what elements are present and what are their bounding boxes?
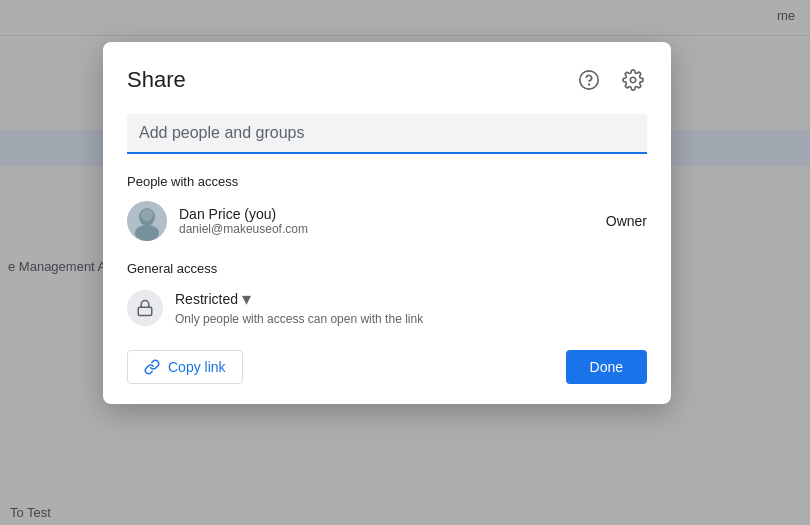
access-details: Restricted ▾ Only people with access can… [175, 288, 647, 326]
lock-icon [136, 299, 154, 317]
svg-point-1 [589, 84, 590, 85]
help-icon [578, 69, 600, 91]
person-row: Dan Price (you) daniel@makeuseof.com Own… [127, 201, 647, 241]
general-access-title: General access [127, 261, 647, 276]
gear-icon [622, 69, 644, 91]
done-label: Done [590, 359, 623, 375]
search-input[interactable] [127, 114, 647, 154]
svg-point-0 [580, 71, 598, 89]
person-role: Owner [606, 213, 647, 229]
done-button[interactable]: Done [566, 350, 647, 384]
general-access-section: General access Restricted ▾ Only people … [127, 261, 647, 326]
link-icon [144, 359, 160, 375]
help-button[interactable] [575, 66, 603, 94]
dialog-header-icons [575, 66, 647, 94]
avatar [127, 201, 167, 241]
people-with-access-section: People with access Dan Price (you) danie… [127, 174, 647, 241]
person-email: daniel@makeuseof.com [179, 222, 606, 236]
avatar-image [127, 201, 167, 241]
search-container [127, 114, 647, 154]
dialog-header: Share [127, 66, 647, 94]
dialog-title: Share [127, 67, 186, 93]
dialog-footer: Copy link Done [127, 350, 647, 384]
person-info: Dan Price (you) daniel@makeuseof.com [179, 206, 606, 236]
settings-button[interactable] [619, 66, 647, 94]
svg-rect-7 [138, 307, 152, 315]
chevron-down-icon[interactable]: ▾ [242, 288, 251, 310]
access-type-label: Restricted [175, 291, 238, 307]
svg-point-5 [141, 209, 153, 221]
access-description: Only people with access can open with th… [175, 312, 647, 326]
svg-point-6 [135, 225, 159, 241]
person-name: Dan Price (you) [179, 206, 606, 222]
share-dialog: Share People with access [103, 42, 671, 404]
copy-link-label: Copy link [168, 359, 226, 375]
svg-point-2 [630, 77, 636, 83]
access-row: Restricted ▾ Only people with access can… [127, 288, 647, 326]
lock-icon-wrap [127, 290, 163, 326]
access-type-row: Restricted ▾ [175, 288, 647, 310]
people-section-title: People with access [127, 174, 647, 189]
copy-link-button[interactable]: Copy link [127, 350, 243, 384]
